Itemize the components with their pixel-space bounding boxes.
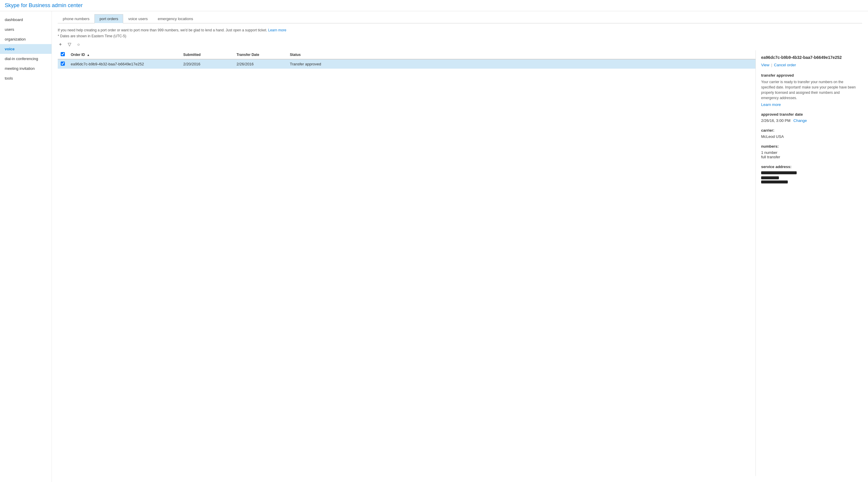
learn-more-link-top[interactable]: Learn more	[268, 28, 286, 32]
filter-button[interactable]: ▽	[67, 41, 72, 47]
sidebar-item-meeting-invitation[interactable]: meeting invitation	[0, 64, 52, 73]
sidebar-item-dial-in-conferencing[interactable]: dial-in conferencing	[0, 54, 52, 64]
detail-transfer-date-section: approved transfer date 2/26/16, 3:00 PM …	[761, 112, 857, 123]
table-detail-container: Order ID ▲ Submitted Transfer Date Statu…	[58, 50, 862, 476]
detail-status-section: transfer approved Your carrier is ready …	[761, 73, 857, 107]
detail-service-address-title: service address:	[761, 164, 857, 169]
row-submitted: 2/20/2016	[180, 59, 234, 69]
view-link[interactable]: View	[761, 63, 769, 67]
toolbar: + ▽ ○	[58, 41, 862, 47]
port-orders-table: Order ID ▲ Submitted Transfer Date Statu…	[58, 50, 755, 69]
support-text: If you need help creating a port order o…	[58, 28, 267, 32]
header-submitted: Submitted	[180, 50, 234, 59]
sidebar-item-tools[interactable]: tools	[0, 73, 52, 83]
app-header: Skype for Business admin center	[0, 0, 868, 11]
row-checkbox[interactable]	[61, 62, 65, 66]
detail-status-title: transfer approved	[761, 73, 857, 77]
detail-carrier-section: carrier: McLeod USA	[761, 128, 857, 139]
detail-transfer-date-title: approved transfer date	[761, 112, 857, 117]
service-address-redacted-3	[761, 181, 788, 184]
tab-port-orders[interactable]: port orders	[94, 14, 123, 23]
row-order-id: ea96dc7c-b9b9-4b32-baa7-b6649e17e252	[68, 59, 180, 69]
app-title: Skype for Business admin center	[5, 2, 83, 8]
tab-voice-users[interactable]: voice users	[123, 14, 153, 23]
detail-service-address-section: service address:	[761, 164, 857, 184]
info-bar: If you need help creating a port order o…	[58, 28, 862, 32]
row-transfer-date: 2/26/2016	[234, 59, 287, 69]
link-separator: |	[771, 63, 772, 67]
detail-numbers-section: numbers: 1 number full transfer	[761, 144, 857, 159]
detail-transfer-date-value: 2/26/16, 3:00 PM	[761, 118, 790, 123]
detail-order-id: ea96dc7c-b9b9-4b32-baa7-b6649e17e252	[761, 55, 857, 60]
table-wrapper: Order ID ▲ Submitted Transfer Date Statu…	[58, 50, 755, 476]
detail-panel: ea96dc7c-b9b9-4b32-baa7-b6649e17e252 Vie…	[755, 50, 862, 476]
timezone-note: * Dates are shown in Eastern Time (UTC-5…	[58, 34, 862, 38]
search-button[interactable]: ○	[76, 42, 81, 47]
detail-transfer-date-row: 2/26/16, 3:00 PM Change	[761, 118, 857, 123]
detail-numbers-type: full transfer	[761, 155, 857, 159]
detail-links: View | Cancel order	[761, 63, 857, 67]
detail-numbers-count: 1 number	[761, 150, 857, 155]
service-address-redacted-1	[761, 171, 797, 174]
service-address-redacted-2	[761, 176, 779, 179]
header-transfer-date: Transfer Date	[234, 50, 287, 59]
detail-carrier-value: McLeod USA	[761, 134, 857, 139]
detail-status-description: Your carrier is ready to transfer your n…	[761, 79, 857, 101]
main-layout: dashboardusersorganizationvoicedial-in c…	[0, 11, 868, 482]
sidebar-item-organization[interactable]: organization	[0, 34, 52, 44]
sidebar-item-dashboard[interactable]: dashboard	[0, 15, 52, 25]
header-status: Status	[287, 50, 755, 59]
sort-arrow-icon: ▲	[87, 53, 90, 57]
table-header-row: Order ID ▲ Submitted Transfer Date Statu…	[58, 50, 755, 59]
row-status: Transfer approved	[287, 59, 755, 69]
detail-carrier-title: carrier:	[761, 128, 857, 133]
sidebar-item-voice[interactable]: voice	[0, 44, 52, 54]
table-row[interactable]: ea96dc7c-b9b9-4b32-baa7-b6649e17e2522/20…	[58, 59, 755, 69]
tab-emergency-locations[interactable]: emergency locations	[153, 14, 198, 23]
select-all-checkbox[interactable]	[61, 52, 65, 56]
sidebar: dashboardusersorganizationvoicedial-in c…	[0, 11, 52, 482]
change-date-link[interactable]: Change	[794, 118, 807, 123]
detail-learn-more-link[interactable]: Learn more	[761, 102, 781, 107]
header-order-id[interactable]: Order ID ▲	[68, 50, 180, 59]
add-button[interactable]: +	[58, 41, 63, 47]
tabs-bar: phone numbersport ordersvoice usersemerg…	[58, 11, 862, 23]
cancel-order-link[interactable]: Cancel order	[774, 63, 796, 67]
tab-phone-numbers[interactable]: phone numbers	[58, 14, 94, 23]
main-content: phone numbersport ordersvoice usersemerg…	[52, 11, 868, 482]
detail-numbers-title: numbers:	[761, 144, 857, 149]
header-checkbox-col	[58, 50, 68, 59]
sidebar-item-users[interactable]: users	[0, 25, 52, 34]
